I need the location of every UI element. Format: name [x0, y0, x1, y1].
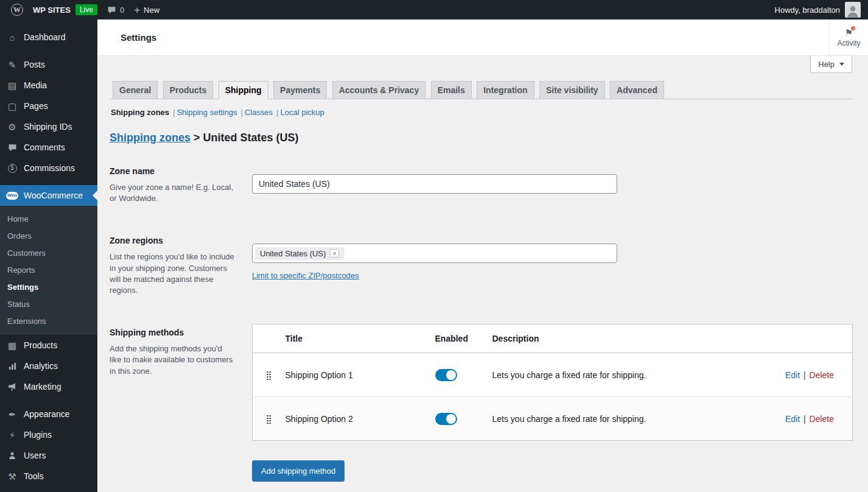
- subnav-shipping-zones[interactable]: Shipping zones: [111, 108, 169, 117]
- woocommerce-icon: Woo: [6, 192, 18, 200]
- remove-region-button[interactable]: ×: [330, 249, 338, 258]
- description-column-header: Description: [492, 325, 755, 353]
- sidebar-item-label: WooCommerce: [24, 191, 83, 200]
- tab-advanced[interactable]: Advanced: [610, 81, 664, 99]
- shipping-methods-label: Shipping methods: [110, 328, 252, 337]
- site-name-link[interactable]: WP SITES Live: [28, 0, 102, 19]
- new-label: New: [144, 5, 159, 15]
- title-column-header: Title: [285, 325, 435, 353]
- wordpress-logo-menu[interactable]: W: [6, 0, 28, 19]
- breadcrumb-shipping-zones-link[interactable]: Shipping zones: [110, 132, 191, 144]
- sidebar-item-label: Products: [24, 340, 57, 350]
- zone-name-label: Zone name: [110, 166, 252, 176]
- add-shipping-method-button[interactable]: Add shipping method: [252, 460, 345, 482]
- shipping-methods-table: Title Enabled Description ⣿ Shipping Opt…: [252, 324, 853, 441]
- tab-accounts-privacy[interactable]: Accounts & Privacy: [332, 81, 426, 99]
- tab-integration[interactable]: Integration: [477, 81, 534, 99]
- submenu-item-reports[interactable]: Reports: [0, 261, 97, 278]
- menu-separator: [0, 47, 97, 54]
- shipping-methods-field: Title Enabled Description ⣿ Shipping Opt…: [252, 328, 853, 482]
- sidebar-item-label: Comments: [24, 142, 65, 152]
- submenu-item-customers[interactable]: Customers: [0, 244, 97, 261]
- sidebar-item-users[interactable]: Users: [0, 445, 97, 466]
- subnav-local-pickup[interactable]: Local pickup: [281, 108, 324, 117]
- zone-regions-input[interactable]: United States (US) ×: [252, 244, 617, 263]
- zone-name-input[interactable]: [252, 174, 617, 194]
- user-icon: [6, 451, 18, 460]
- new-content-button[interactable]: + New: [129, 0, 164, 19]
- tab-shipping[interactable]: Shipping: [219, 81, 268, 99]
- submenu-label: Orders: [7, 231, 32, 241]
- enabled-toggle[interactable]: [435, 369, 457, 381]
- tab-payments[interactable]: Payments: [273, 81, 327, 99]
- region-tag: United States (US) ×: [255, 247, 344, 260]
- box-icon: ▦: [6, 341, 18, 350]
- drag-handle-icon[interactable]: ⣿: [253, 397, 285, 441]
- admin-bar-comments[interactable]: 0: [102, 0, 129, 19]
- delete-link[interactable]: Delete: [810, 370, 834, 380]
- edit-link[interactable]: Edit: [785, 370, 800, 380]
- tab-products[interactable]: Products: [163, 81, 214, 99]
- zone-regions-label-block: Zone regions List the regions you'd like…: [110, 236, 252, 296]
- zone-name-label-block: Zone name Give your zone a name! E.g. Lo…: [110, 166, 252, 204]
- shipping-methods-row: Shipping methods Add the shipping method…: [110, 328, 853, 482]
- enabled-toggle[interactable]: [435, 413, 457, 425]
- activity-button[interactable]: ⚑ Activity: [829, 19, 868, 56]
- sidebar-item-comments[interactable]: Comments: [0, 137, 97, 158]
- tab-general[interactable]: General: [113, 81, 158, 99]
- brush-icon: ✒: [6, 410, 18, 419]
- submenu-item-settings[interactable]: Settings: [0, 278, 97, 295]
- megaphone-icon: [6, 382, 18, 392]
- comment-bubble-icon: [107, 5, 116, 15]
- action-separator: |: [803, 370, 806, 380]
- sidebar-item-label: Pages: [24, 101, 48, 111]
- subnav-shipping-settings[interactable]: Shipping settings: [177, 108, 237, 117]
- media-icon: ▤: [6, 81, 18, 90]
- sidebar-item-commissions[interactable]: $ Commissions: [0, 158, 97, 178]
- table-header-row: Title Enabled Description: [253, 325, 853, 353]
- sidebar-item-appearance[interactable]: ✒ Appearance: [0, 404, 97, 424]
- plug-icon: ⚡: [6, 430, 18, 440]
- limit-postcodes-link[interactable]: Limit to specific ZIP/postcodes: [252, 271, 359, 280]
- drag-handle-icon[interactable]: ⣿: [253, 353, 285, 397]
- sidebar-item-shipping-ids[interactable]: ⚙ Shipping IDs: [0, 116, 97, 137]
- help-button[interactable]: Help: [810, 56, 852, 73]
- table-row: ⣿ Shipping Option 1 Lets you charge a fi…: [253, 353, 853, 397]
- sidebar-item-marketing[interactable]: Marketing: [0, 376, 97, 397]
- sidebar-item-analytics[interactable]: Analytics: [0, 356, 97, 376]
- page-header: Settings ⚑ Activity: [97, 19, 868, 56]
- submenu-item-status[interactable]: Status: [0, 295, 97, 312]
- submenu-item-extensions[interactable]: Extensions: [0, 312, 97, 329]
- sidebar-item-label: Appearance: [24, 409, 70, 419]
- sidebar-item-posts[interactable]: ✎ Posts: [0, 54, 97, 75]
- tools-icon: ⚒: [6, 472, 18, 481]
- sidebar-item-pages[interactable]: ▢ Pages: [0, 96, 97, 116]
- edit-link[interactable]: Edit: [785, 414, 800, 424]
- submenu-item-home[interactable]: Home: [0, 210, 97, 227]
- bar-chart-icon: [6, 362, 18, 371]
- drag-column-header: [253, 325, 285, 353]
- sidebar-item-woocommerce[interactable]: Woo WooCommerce: [0, 185, 97, 206]
- submenu-item-orders[interactable]: Orders: [0, 227, 97, 244]
- zone-name-row: Zone name Give your zone a name! E.g. Lo…: [110, 166, 853, 204]
- sidebar-item-label: Dashboard: [24, 32, 66, 42]
- howdy-text: Howdy, braddalton: [775, 5, 840, 15]
- table-row: ⣿ Shipping Option 2 Lets you charge a fi…: [253, 397, 853, 441]
- tab-emails[interactable]: Emails: [431, 81, 472, 99]
- comment-bubble-icon: [6, 143, 18, 152]
- sidebar-item-dashboard[interactable]: ⌂ Dashboard: [0, 27, 97, 47]
- sidebar-item-tools[interactable]: ⚒ Tools: [0, 466, 97, 487]
- subnav-classes[interactable]: Classes: [245, 108, 273, 117]
- sidebar-item-plugins[interactable]: ⚡ Plugins: [0, 424, 97, 445]
- tab-site-visibility[interactable]: Site visibility: [539, 81, 605, 99]
- sidebar-item-products[interactable]: ▦ Products: [0, 335, 97, 356]
- pin-icon: ✎: [6, 60, 18, 69]
- sidebar-item-media[interactable]: ▤ Media: [0, 75, 97, 96]
- zone-regions-description: List the regions you'd like to include i…: [110, 251, 234, 296]
- delete-link[interactable]: Delete: [810, 414, 834, 424]
- my-account-menu[interactable]: Howdy, braddalton: [770, 0, 861, 19]
- gear-icon: ⚙: [6, 122, 18, 132]
- woocommerce-submenu: Home Orders Customers Reports Settings S…: [0, 206, 97, 335]
- submenu-label: Status: [7, 300, 30, 309]
- user-silhouette-icon: [845, 4, 860, 18]
